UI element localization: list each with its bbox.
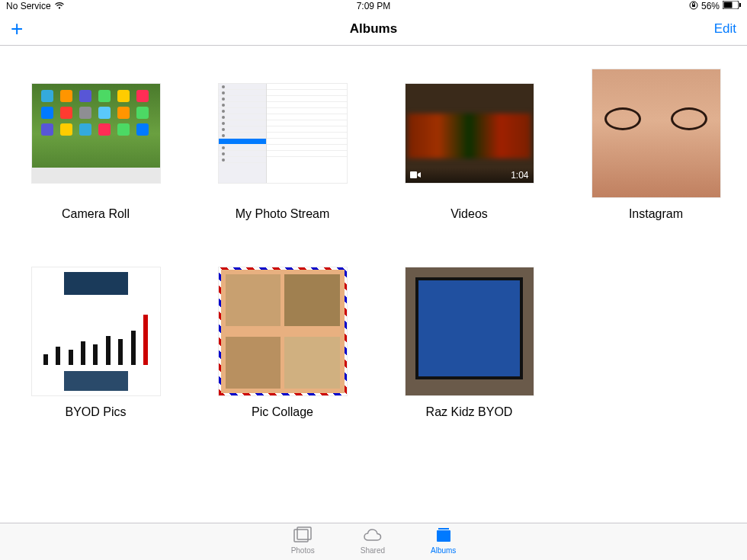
add-album-button[interactable]: +: [11, 18, 23, 40]
album-title: My Photo Stream: [236, 207, 330, 221]
album-title: Camera Roll: [62, 207, 130, 221]
album-thumbnail: [219, 84, 347, 183]
album-thumbnail: [32, 267, 160, 395]
edit-button[interactable]: Edit: [714, 21, 736, 37]
album-title: Videos: [450, 207, 488, 221]
album-camera-roll[interactable]: Camera Roll: [29, 69, 162, 221]
album-thumbnail: [219, 267, 347, 395]
tab-label: Albums: [431, 546, 456, 555]
video-duration: 1:04: [511, 170, 528, 181]
svg-rect-5: [410, 171, 417, 178]
tab-photos[interactable]: Photos: [291, 526, 315, 560]
svg-rect-9: [438, 528, 449, 530]
carrier-label: No Service: [6, 1, 51, 11]
svg-rect-4: [739, 3, 741, 7]
cloud-icon: [363, 526, 383, 546]
album-thumbnail: [32, 84, 160, 183]
albums-grid: Camera Roll My Photo Stream 1:04 Vi: [0, 46, 747, 419]
tab-bar: Photos Shared Albums: [0, 523, 747, 560]
album-instagram[interactable]: Instagram: [589, 69, 723, 221]
svg-rect-8: [437, 530, 450, 542]
tab-label: Shared: [361, 546, 385, 555]
status-bar: No Service 7:09 PM 56%: [0, 0, 747, 12]
page-title: Albums: [350, 21, 397, 37]
album-thumbnail: 1:04: [406, 84, 534, 183]
album-title: Instagram: [629, 207, 683, 221]
svg-rect-3: [724, 2, 733, 8]
album-pic-collage[interactable]: Pic Collage: [216, 267, 349, 419]
nav-bar: + Albums Edit: [0, 12, 747, 46]
tab-shared[interactable]: Shared: [361, 526, 385, 560]
tab-label: Photos: [291, 546, 315, 555]
video-camera-icon: [410, 170, 421, 181]
album-byod-pics[interactable]: BYOD Pics: [29, 267, 162, 419]
album-thumbnail: [406, 267, 534, 395]
battery-percent: 56%: [701, 1, 720, 11]
battery-icon: [723, 1, 741, 11]
album-title: BYOD Pics: [65, 405, 126, 419]
album-title: Pic Collage: [252, 405, 313, 419]
albums-icon: [434, 526, 454, 546]
album-title: Raz Kidz BYOD: [426, 405, 513, 419]
album-photo-stream[interactable]: My Photo Stream: [216, 69, 349, 221]
photos-icon: [293, 526, 313, 546]
orientation-lock-icon: [689, 1, 698, 12]
album-videos[interactable]: 1:04 Videos: [402, 69, 536, 221]
wifi-icon: [54, 1, 65, 11]
svg-rect-1: [692, 5, 695, 7]
tab-albums[interactable]: Albums: [431, 526, 456, 560]
album-raz-kidz[interactable]: Raz Kidz BYOD: [402, 267, 536, 419]
album-thumbnail: [592, 69, 720, 197]
clock: 7:09 PM: [357, 1, 391, 11]
